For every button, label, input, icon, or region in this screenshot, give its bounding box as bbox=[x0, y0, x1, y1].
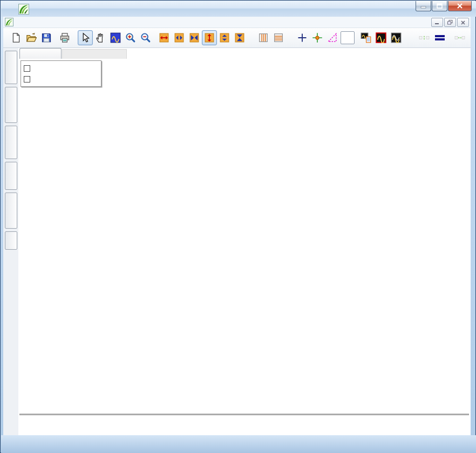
save-button[interactable] bbox=[39, 30, 54, 45]
layout-icon bbox=[435, 35, 445, 41]
print-button[interactable] bbox=[57, 30, 72, 45]
minimize-button[interactable] bbox=[416, 1, 431, 11]
shrink-x-button[interactable] bbox=[172, 30, 187, 45]
cursor-table-header-row bbox=[20, 414, 468, 415]
add-text-icon bbox=[341, 31, 355, 44]
cursor-table bbox=[19, 414, 469, 415]
plot-overlay-icon bbox=[391, 32, 402, 43]
caliper-button[interactable] bbox=[325, 30, 340, 45]
vertical-gridlines-button[interactable] bbox=[256, 30, 271, 45]
close-button[interactable] bbox=[448, 1, 472, 11]
select-cursor-icon bbox=[80, 32, 91, 43]
sidebar-item-edit-graph[interactable] bbox=[5, 87, 17, 123]
zoom-in-button[interactable] bbox=[123, 30, 138, 45]
legend-checkbox-ph[interactable] bbox=[24, 76, 30, 83]
center-x-icon bbox=[189, 33, 199, 43]
close-icon bbox=[457, 3, 463, 9]
sidebar-item-hide[interactable] bbox=[5, 231, 17, 250]
tracker-button[interactable] bbox=[310, 30, 325, 45]
align-horizontal-button bbox=[445, 30, 471, 45]
plot-with-legend-button[interactable] bbox=[358, 30, 373, 45]
align-horizontal-icon bbox=[454, 32, 465, 43]
mdi-close-button[interactable] bbox=[457, 18, 469, 27]
plot-single-button[interactable] bbox=[373, 30, 389, 45]
mdi-restore-button[interactable] bbox=[444, 18, 456, 27]
mdi-close-icon bbox=[461, 20, 465, 25]
align-vertical-icon bbox=[419, 32, 430, 43]
plots-svg bbox=[18, 59, 471, 414]
main-area bbox=[18, 48, 471, 435]
center-y-icon bbox=[235, 33, 244, 43]
shrink-x-icon bbox=[174, 33, 184, 43]
new-document-icon bbox=[11, 32, 22, 43]
caliper-icon bbox=[327, 32, 338, 43]
plot-overlay-button[interactable] bbox=[389, 30, 404, 45]
shrink-y-icon bbox=[220, 33, 229, 43]
zoom-out-icon bbox=[140, 32, 151, 43]
pan-tool-button[interactable] bbox=[93, 30, 108, 45]
layout-button[interactable] bbox=[435, 30, 447, 45]
minimize-icon bbox=[420, 4, 427, 9]
open-folder-icon bbox=[26, 32, 37, 43]
horizontal-gridlines-button[interactable] bbox=[271, 30, 286, 45]
menu-view[interactable] bbox=[33, 21, 42, 23]
mdi-minimize-icon bbox=[435, 20, 439, 25]
app-window bbox=[0, 0, 476, 453]
sidebar-item-edit-axes[interactable] bbox=[5, 126, 17, 159]
zoom-in-icon bbox=[125, 32, 136, 43]
mdi-window-controls bbox=[430, 18, 469, 27]
menu-bar bbox=[3, 17, 471, 28]
tab-s21-sweep[interactable] bbox=[19, 48, 62, 59]
toolbar bbox=[3, 28, 471, 48]
horizontal-gridlines-icon bbox=[274, 33, 283, 43]
document-icon bbox=[5, 18, 13, 26]
sidebar-item-edit-plots[interactable] bbox=[5, 51, 17, 84]
legend-item[interactable] bbox=[24, 74, 98, 85]
expand-x-icon bbox=[159, 33, 169, 43]
legend-checkbox-db20[interactable] bbox=[24, 65, 30, 72]
expand-y-button[interactable] bbox=[202, 30, 217, 45]
sidebar-item-workspace[interactable] bbox=[5, 193, 17, 229]
legend-item[interactable] bbox=[24, 63, 98, 74]
menu-edit[interactable] bbox=[24, 21, 33, 23]
select-tool-button[interactable] bbox=[78, 30, 93, 45]
add-text-button[interactable] bbox=[340, 30, 355, 45]
plot-with-legend-icon bbox=[361, 32, 371, 43]
mdi-minimize-button[interactable] bbox=[431, 18, 443, 27]
open-file-button[interactable] bbox=[24, 30, 39, 45]
title-bar[interactable] bbox=[1, 1, 476, 17]
sidebar-item-tracker[interactable] bbox=[5, 162, 17, 190]
print-icon bbox=[59, 32, 70, 43]
save-icon bbox=[41, 32, 52, 43]
menu-windows[interactable] bbox=[42, 21, 50, 23]
plot-canvas[interactable] bbox=[18, 59, 471, 414]
center-x-button[interactable] bbox=[187, 30, 202, 45]
window-bottom-frame bbox=[1, 435, 476, 453]
tab-bar-empty bbox=[62, 49, 127, 59]
plot-legend-box bbox=[21, 60, 101, 87]
expand-x-button[interactable] bbox=[157, 30, 172, 45]
center-y-button[interactable] bbox=[232, 30, 247, 45]
fit-view-icon bbox=[110, 32, 121, 43]
new-document-button[interactable] bbox=[9, 30, 24, 45]
sidebar bbox=[3, 48, 18, 435]
document-tab-bar bbox=[18, 48, 471, 59]
pan-hand-icon bbox=[95, 32, 106, 43]
maximize-button[interactable] bbox=[432, 1, 447, 11]
plot-single-icon bbox=[376, 32, 386, 43]
menu-help[interactable] bbox=[50, 21, 59, 23]
maximize-icon bbox=[437, 3, 443, 9]
window-controls bbox=[415, 1, 472, 11]
vertical-gridlines-icon bbox=[259, 33, 268, 43]
app-logo-icon bbox=[18, 4, 29, 15]
fit-view-button[interactable] bbox=[108, 30, 123, 45]
cross-cursor-icon bbox=[297, 32, 308, 43]
mdi-restore-icon bbox=[447, 20, 453, 25]
legend-line-sample-db20 bbox=[35, 68, 54, 70]
zoom-out-button[interactable] bbox=[138, 30, 153, 45]
shrink-y-button[interactable] bbox=[217, 30, 232, 45]
legend-line-sample-ph bbox=[35, 79, 54, 80]
menu-file[interactable] bbox=[16, 21, 24, 23]
tracker-icon bbox=[312, 32, 323, 43]
cross-cursor-button[interactable] bbox=[295, 30, 310, 45]
